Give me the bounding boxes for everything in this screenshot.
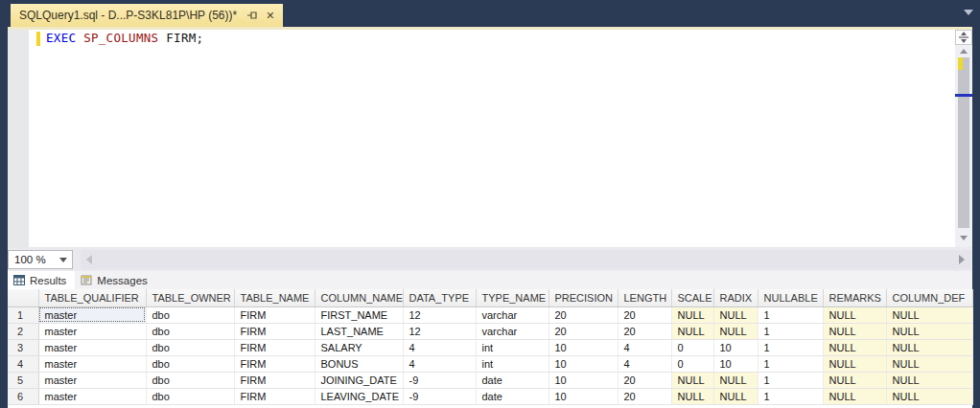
- splitter-handle-icon[interactable]: [955, 30, 972, 45]
- grid-cell[interactable]: 10: [548, 388, 618, 404]
- grid-cell[interactable]: int: [476, 355, 548, 372]
- grid-cell[interactable]: JOINING_DATE: [315, 372, 403, 388]
- grid-cell[interactable]: FIRM: [234, 388, 315, 404]
- row-number-cell[interactable]: 1: [8, 306, 38, 323]
- grid-cell[interactable]: master: [38, 388, 146, 404]
- grid-cell[interactable]: NULL: [823, 339, 886, 355]
- grid-cell[interactable]: NULL: [886, 323, 972, 339]
- grid-header-cell[interactable]: REMARKS: [823, 289, 886, 306]
- vertical-scrollbar[interactable]: [955, 30, 972, 247]
- grid-cell[interactable]: master: [38, 323, 146, 339]
- grid-cell[interactable]: BONUS: [315, 355, 403, 372]
- grid-cell[interactable]: NULL: [671, 306, 713, 323]
- pin-icon[interactable]: [246, 10, 258, 21]
- grid-header-cell[interactable]: TABLE_QUALIFIER: [38, 289, 146, 306]
- grid-header-cell[interactable]: COLUMN_DEF: [886, 289, 972, 306]
- grid-cell[interactable]: 1: [758, 323, 823, 339]
- grid-cell[interactable]: NULL: [671, 323, 713, 339]
- grid-cell[interactable]: 4: [403, 355, 476, 372]
- grid-cell[interactable]: NULL: [886, 306, 972, 323]
- grid-cell[interactable]: SALARY: [315, 339, 403, 355]
- grid-header-cell[interactable]: TYPE_NAME: [476, 289, 548, 306]
- scrollbar-thumb[interactable]: [958, 57, 969, 228]
- tab-results[interactable]: Results: [8, 271, 75, 289]
- sql-code-line[interactable]: EXEC SP_COLUMNS FIRM;: [46, 31, 203, 45]
- grid-cell[interactable]: NULL: [823, 372, 886, 388]
- grid-cell[interactable]: master: [38, 372, 146, 388]
- grid-cell[interactable]: NULL: [713, 323, 758, 339]
- row-number-cell[interactable]: 3: [8, 339, 38, 355]
- grid-cell[interactable]: NULL: [671, 388, 713, 404]
- grid-cell[interactable]: 1: [758, 388, 823, 404]
- scroll-down-icon[interactable]: [960, 236, 968, 240]
- grid-header-cell[interactable]: TABLE_NAME: [234, 289, 315, 306]
- grid-cell[interactable]: NULL: [886, 388, 972, 404]
- grid-header-cell[interactable]: TABLE_OWNER: [146, 289, 234, 306]
- grid-cell[interactable]: 1: [758, 306, 823, 323]
- grid-cell[interactable]: NULL: [713, 388, 758, 404]
- scroll-right-icon[interactable]: [959, 255, 965, 264]
- grid-cell[interactable]: 20: [618, 306, 671, 323]
- grid-cell[interactable]: NULL: [886, 355, 972, 372]
- grid-header-cell[interactable]: LENGTH: [618, 289, 671, 306]
- scroll-left-icon[interactable]: [86, 255, 92, 264]
- grid-cell[interactable]: FIRST_NAME: [315, 306, 403, 323]
- grid-cell[interactable]: 10: [548, 339, 618, 355]
- grid-cell[interactable]: dbo: [146, 388, 234, 404]
- grid-cell[interactable]: master: [38, 306, 146, 323]
- grid-cell[interactable]: 4: [618, 355, 671, 372]
- grid-cell[interactable]: FIRM: [234, 372, 315, 388]
- row-number-cell[interactable]: 6: [8, 388, 38, 404]
- grid-cell[interactable]: 10: [548, 355, 618, 372]
- zoom-level-dropdown[interactable]: 100 %: [8, 250, 73, 269]
- grid-cell[interactable]: date: [476, 388, 548, 404]
- grid-cell[interactable]: FIRM: [234, 355, 315, 372]
- tab-messages[interactable]: Messages: [75, 271, 155, 289]
- grid-cell[interactable]: varchar: [476, 323, 548, 339]
- grid-corner-cell[interactable]: [8, 289, 38, 306]
- grid-cell[interactable]: dbo: [146, 323, 234, 339]
- grid-cell[interactable]: varchar: [476, 306, 548, 323]
- grid-cell[interactable]: int: [476, 339, 548, 355]
- grid-cell[interactable]: NULL: [713, 306, 758, 323]
- grid-cell[interactable]: dbo: [146, 306, 234, 323]
- grid-cell[interactable]: -9: [403, 372, 476, 388]
- scroll-up-icon[interactable]: [960, 49, 968, 54]
- row-number-cell[interactable]: 4: [8, 355, 38, 372]
- grid-cell[interactable]: LAST_NAME: [315, 323, 403, 339]
- grid-cell[interactable]: 0: [671, 339, 713, 355]
- grid-cell[interactable]: NULL: [823, 388, 886, 404]
- grid-cell[interactable]: dbo: [146, 372, 234, 388]
- grid-header-cell[interactable]: SCALE: [671, 289, 713, 306]
- chevron-down-icon[interactable]: [964, 10, 973, 15]
- grid-cell[interactable]: dbo: [146, 339, 234, 355]
- grid-cell[interactable]: 12: [403, 306, 476, 323]
- grid-cell[interactable]: master: [38, 339, 146, 355]
- row-number-cell[interactable]: 2: [8, 323, 38, 339]
- grid-cell[interactable]: FIRM: [234, 339, 315, 355]
- grid-cell[interactable]: dbo: [146, 355, 234, 372]
- grid-cell[interactable]: 12: [403, 323, 476, 339]
- grid-cell[interactable]: 1: [758, 372, 823, 388]
- grid-cell[interactable]: master: [38, 355, 146, 372]
- row-number-cell[interactable]: 5: [8, 372, 38, 388]
- grid-cell[interactable]: 0: [671, 355, 713, 372]
- grid-cell[interactable]: -9: [403, 388, 476, 404]
- grid-cell[interactable]: NULL: [713, 372, 758, 388]
- grid-cell[interactable]: LEAVING_DATE: [315, 388, 403, 404]
- grid-cell[interactable]: NULL: [886, 339, 972, 355]
- grid-cell[interactable]: 10: [713, 339, 758, 355]
- grid-cell[interactable]: date: [476, 372, 548, 388]
- grid-header-cell[interactable]: PRECISION: [548, 289, 618, 306]
- grid-cell[interactable]: 1: [758, 339, 823, 355]
- close-icon[interactable]: ✕: [266, 10, 274, 21]
- grid-header-cell[interactable]: COLUMN_NAME: [315, 289, 403, 306]
- grid-cell[interactable]: FIRM: [234, 306, 315, 323]
- grid-cell[interactable]: 20: [618, 372, 671, 388]
- grid-cell[interactable]: FIRM: [234, 323, 315, 339]
- grid-cell[interactable]: NULL: [823, 306, 886, 323]
- grid-cell[interactable]: 4: [403, 339, 476, 355]
- grid-cell[interactable]: 20: [548, 323, 618, 339]
- grid-cell[interactable]: 20: [548, 306, 618, 323]
- horizontal-scrollbar[interactable]: [81, 250, 970, 269]
